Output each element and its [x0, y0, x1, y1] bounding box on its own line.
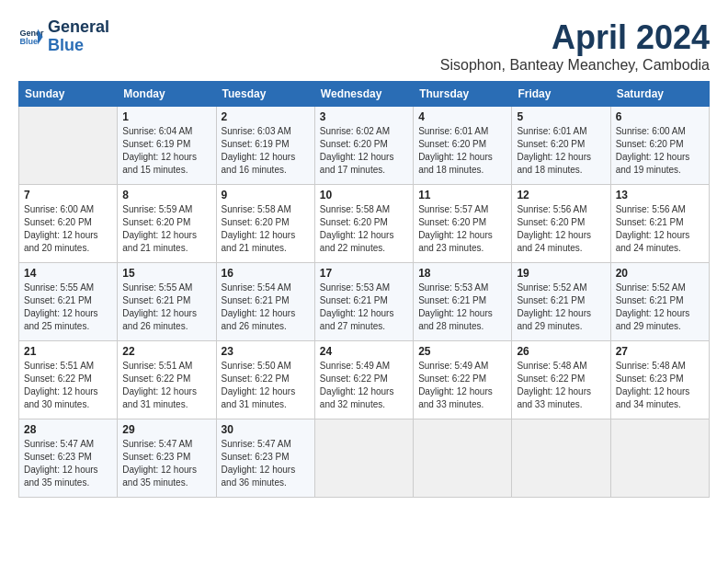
day-cell-18: 18Sunrise: 5:53 AMSunset: 6:21 PMDayligh…	[414, 263, 512, 341]
day-cell-24: 24Sunrise: 5:49 AMSunset: 6:22 PMDayligh…	[314, 341, 413, 419]
week-row-0: 1Sunrise: 6:04 AMSunset: 6:19 PMDaylight…	[19, 107, 710, 185]
day-cell-21: 21Sunrise: 5:51 AMSunset: 6:22 PMDayligh…	[19, 341, 118, 419]
day-info: Sunrise: 5:47 AMSunset: 6:23 PMDaylight:…	[222, 438, 310, 489]
day-info: Sunrise: 6:04 AMSunset: 6:19 PMDaylight:…	[122, 125, 210, 177]
day-cell-9: 9Sunrise: 5:58 AMSunset: 6:20 PMDaylight…	[216, 185, 314, 263]
day-cell-10: 10Sunrise: 5:58 AMSunset: 6:20 PMDayligh…	[314, 185, 413, 263]
day-number: 7	[24, 189, 112, 201]
day-cell-16: 16Sunrise: 5:54 AMSunset: 6:21 PMDayligh…	[216, 263, 314, 341]
week-row-4: 28Sunrise: 5:47 AMSunset: 6:23 PMDayligh…	[19, 419, 710, 498]
day-cell-25: 25Sunrise: 5:49 AMSunset: 6:22 PMDayligh…	[414, 341, 512, 419]
logo-text-general: General	[48, 18, 109, 37]
day-cell-22: 22Sunrise: 5:51 AMSunset: 6:22 PMDayligh…	[118, 341, 216, 419]
day-number: 4	[418, 110, 506, 123]
day-number: 9	[222, 189, 310, 201]
day-cell-14: 14Sunrise: 5:55 AMSunset: 6:21 PMDayligh…	[19, 263, 118, 341]
day-cell-empty	[512, 419, 610, 498]
day-cell-5: 5Sunrise: 6:01 AMSunset: 6:20 PMDaylight…	[512, 107, 610, 185]
day-number: 16	[222, 267, 310, 280]
day-info: Sunrise: 5:53 AMSunset: 6:21 PMDaylight:…	[418, 282, 506, 333]
day-info: Sunrise: 6:00 AMSunset: 6:20 PMDaylight:…	[24, 203, 112, 255]
day-number: 20	[616, 267, 704, 280]
logo-icon: General Blue	[18, 24, 44, 50]
day-cell-19: 19Sunrise: 5:52 AMSunset: 6:21 PMDayligh…	[512, 263, 610, 341]
month-title: April 2024	[440, 18, 710, 57]
day-number: 14	[24, 267, 112, 280]
day-cell-empty	[314, 419, 413, 498]
day-number: 3	[320, 110, 408, 123]
day-number: 11	[418, 189, 506, 201]
header: General Blue General Blue April 2024 Sis…	[18, 18, 710, 74]
week-row-1: 7Sunrise: 6:00 AMSunset: 6:20 PMDaylight…	[19, 185, 710, 263]
day-info: Sunrise: 5:52 AMSunset: 6:21 PMDaylight:…	[616, 282, 704, 333]
day-cell-3: 3Sunrise: 6:02 AMSunset: 6:20 PMDaylight…	[314, 107, 413, 185]
day-number: 17	[320, 267, 408, 280]
weekday-header-sunday: Sunday	[19, 82, 118, 107]
day-cell-27: 27Sunrise: 5:48 AMSunset: 6:23 PMDayligh…	[610, 341, 709, 419]
day-cell-29: 29Sunrise: 5:47 AMSunset: 6:23 PMDayligh…	[118, 419, 216, 498]
day-number: 12	[517, 189, 605, 201]
day-cell-empty	[19, 107, 118, 185]
day-info: Sunrise: 6:00 AMSunset: 6:20 PMDaylight:…	[616, 125, 704, 177]
weekday-header-wednesday: Wednesday	[314, 82, 413, 107]
day-info: Sunrise: 5:58 AMSunset: 6:20 PMDaylight:…	[222, 203, 310, 255]
day-info: Sunrise: 5:56 AMSunset: 6:20 PMDaylight:…	[517, 203, 605, 255]
day-cell-6: 6Sunrise: 6:00 AMSunset: 6:20 PMDaylight…	[610, 107, 709, 185]
day-cell-2: 2Sunrise: 6:03 AMSunset: 6:19 PMDaylight…	[216, 107, 314, 185]
title-area: April 2024 Sisophon, Banteay Meanchey, C…	[440, 18, 710, 74]
day-info: Sunrise: 5:48 AMSunset: 6:23 PMDaylight:…	[616, 360, 704, 411]
weekday-header-thursday: Thursday	[414, 82, 512, 107]
week-row-2: 14Sunrise: 5:55 AMSunset: 6:21 PMDayligh…	[19, 263, 710, 341]
day-number: 29	[122, 423, 210, 436]
day-number: 25	[418, 345, 506, 358]
weekday-header-saturday: Saturday	[610, 82, 709, 107]
day-number: 19	[517, 267, 605, 280]
day-cell-13: 13Sunrise: 5:56 AMSunset: 6:21 PMDayligh…	[610, 185, 709, 263]
subtitle: Sisophon, Banteay Meanchey, Cambodia	[440, 57, 710, 74]
day-info: Sunrise: 5:51 AMSunset: 6:22 PMDaylight:…	[122, 360, 210, 411]
day-cell-26: 26Sunrise: 5:48 AMSunset: 6:22 PMDayligh…	[512, 341, 610, 419]
day-number: 1	[122, 110, 210, 123]
weekday-header-monday: Monday	[118, 82, 216, 107]
day-number: 8	[122, 189, 210, 201]
day-info: Sunrise: 6:01 AMSunset: 6:20 PMDaylight:…	[418, 125, 506, 177]
day-number: 6	[616, 110, 704, 123]
day-number: 2	[222, 110, 310, 123]
day-info: Sunrise: 6:03 AMSunset: 6:19 PMDaylight:…	[222, 125, 310, 177]
day-info: Sunrise: 5:47 AMSunset: 6:23 PMDaylight:…	[122, 438, 210, 489]
day-cell-15: 15Sunrise: 5:55 AMSunset: 6:21 PMDayligh…	[118, 263, 216, 341]
day-number: 5	[517, 110, 605, 123]
day-cell-7: 7Sunrise: 6:00 AMSunset: 6:20 PMDaylight…	[19, 185, 118, 263]
day-number: 26	[517, 345, 605, 358]
day-info: Sunrise: 5:59 AMSunset: 6:20 PMDaylight:…	[122, 203, 210, 255]
day-cell-20: 20Sunrise: 5:52 AMSunset: 6:21 PMDayligh…	[610, 263, 709, 341]
day-info: Sunrise: 5:55 AMSunset: 6:21 PMDaylight:…	[122, 282, 210, 333]
day-cell-8: 8Sunrise: 5:59 AMSunset: 6:20 PMDaylight…	[118, 185, 216, 263]
day-number: 23	[222, 345, 310, 358]
day-cell-12: 12Sunrise: 5:56 AMSunset: 6:20 PMDayligh…	[512, 185, 610, 263]
day-number: 28	[24, 423, 112, 436]
day-info: Sunrise: 5:54 AMSunset: 6:21 PMDaylight:…	[222, 282, 310, 333]
day-info: Sunrise: 5:56 AMSunset: 6:21 PMDaylight:…	[616, 203, 704, 255]
day-number: 18	[418, 267, 506, 280]
day-cell-empty	[610, 419, 709, 498]
day-cell-empty	[414, 419, 512, 498]
day-info: Sunrise: 5:48 AMSunset: 6:22 PMDaylight:…	[517, 360, 605, 411]
day-number: 22	[122, 345, 210, 358]
day-cell-23: 23Sunrise: 5:50 AMSunset: 6:22 PMDayligh…	[216, 341, 314, 419]
weekday-header-tuesday: Tuesday	[216, 82, 314, 107]
day-cell-30: 30Sunrise: 5:47 AMSunset: 6:23 PMDayligh…	[216, 419, 314, 498]
day-number: 24	[320, 345, 408, 358]
weekday-header-row: SundayMondayTuesdayWednesdayThursdayFrid…	[19, 82, 710, 107]
day-number: 15	[122, 267, 210, 280]
day-cell-4: 4Sunrise: 6:01 AMSunset: 6:20 PMDaylight…	[414, 107, 512, 185]
day-cell-28: 28Sunrise: 5:47 AMSunset: 6:23 PMDayligh…	[19, 419, 118, 498]
day-number: 10	[320, 189, 408, 201]
weekday-header-friday: Friday	[512, 82, 610, 107]
day-info: Sunrise: 5:50 AMSunset: 6:22 PMDaylight:…	[222, 360, 310, 411]
svg-text:Blue: Blue	[19, 37, 38, 46]
day-info: Sunrise: 5:57 AMSunset: 6:20 PMDaylight:…	[418, 203, 506, 255]
day-info: Sunrise: 5:51 AMSunset: 6:22 PMDaylight:…	[24, 360, 112, 411]
day-info: Sunrise: 5:52 AMSunset: 6:21 PMDaylight:…	[517, 282, 605, 333]
day-number: 21	[24, 345, 112, 358]
